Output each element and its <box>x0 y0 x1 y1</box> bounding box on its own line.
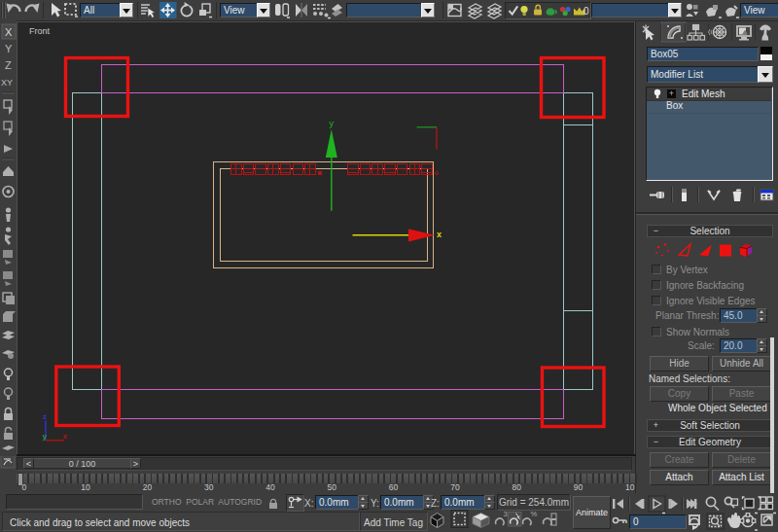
svg-text:x: x <box>63 432 68 441</box>
svg-text:0: 0 <box>584 6 589 17</box>
svg-text:x: x <box>437 230 442 239</box>
svg-text:y: y <box>330 119 335 128</box>
svg-text:3: 3 <box>504 510 508 518</box>
svg-text:X: X <box>5 26 13 38</box>
svg-text:XY: XY <box>1 78 13 88</box>
svg-text:%: % <box>531 510 538 518</box>
svg-text:z: z <box>43 412 47 421</box>
svg-text:Z: Z <box>5 59 12 71</box>
svg-text:y: y <box>43 432 48 441</box>
svg-text:Y: Y <box>5 43 13 54</box>
